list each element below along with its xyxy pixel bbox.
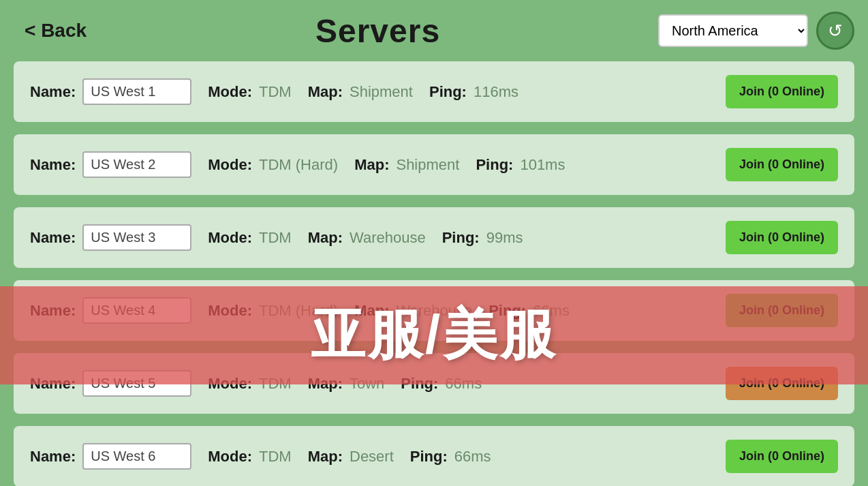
name-label: Name: [30, 156, 76, 174]
map-group: Map: Desert [308, 448, 394, 466]
table-row: Name: Mode: TDM Map: Warehouse Ping: 99m… [14, 207, 854, 268]
name-label: Name: [30, 83, 76, 101]
name-label: Name: [30, 229, 76, 247]
ping-label: Ping: [489, 302, 526, 320]
server-name-input[interactable] [82, 78, 191, 105]
ping-label: Ping: [429, 83, 467, 101]
mode-value: TDM (Hard) [259, 302, 338, 320]
ping-group: Ping: 99ms [442, 229, 523, 247]
map-label: Map: [308, 375, 343, 393]
map-label: Map: [354, 302, 389, 320]
mode-group: Mode: TDM [208, 375, 291, 393]
name-group: Name: [30, 297, 191, 324]
ping-value: 101ms [520, 156, 565, 174]
server-name-input[interactable] [82, 370, 191, 397]
map-group: Map: Shipment [354, 156, 459, 174]
ping-label: Ping: [476, 156, 513, 174]
map-value: Shipment [396, 156, 459, 174]
mode-value: TDM [259, 375, 292, 393]
mode-group: Mode: TDM (Hard) [208, 156, 338, 174]
ping-value: 66ms [454, 448, 491, 466]
map-label: Map: [354, 156, 389, 174]
server-name-input[interactable] [82, 297, 191, 324]
name-label: Name: [30, 375, 76, 393]
name-group: Name: [30, 151, 191, 178]
join-button[interactable]: Join (0 Online) [726, 440, 838, 473]
map-group: Map: Warehouse [354, 302, 472, 320]
header: < Back Servers North AmericaEuropeAsiaSo… [0, 0, 868, 61]
map-value: Town [350, 375, 384, 393]
name-group: Name: [30, 443, 191, 470]
map-value: Warehouse [350, 229, 426, 247]
join-button[interactable]: Join (0 Online) [726, 75, 838, 108]
server-list: Name: Mode: TDM Map: Shipment Ping: 116m… [0, 61, 868, 486]
map-group: Map: Town [308, 375, 385, 393]
mode-label: Mode: [208, 302, 252, 320]
ping-group: Ping: 66ms [489, 302, 570, 320]
table-row: Name: Mode: TDM (Hard) Map: Warehouse Pi… [14, 280, 854, 341]
mode-group: Mode: TDM [208, 448, 291, 466]
join-button[interactable]: Join (0 Online) [726, 148, 838, 181]
table-row: Name: Mode: TDM (Hard) Map: Shipment Pin… [14, 134, 854, 195]
ping-group: Ping: 66ms [401, 375, 482, 393]
ping-label: Ping: [410, 448, 448, 466]
ping-value: 66ms [445, 375, 482, 393]
map-group: Map: Shipment [308, 83, 413, 101]
back-button[interactable]: < Back [14, 14, 97, 47]
ping-value: 99ms [486, 229, 523, 247]
ping-label: Ping: [442, 229, 480, 247]
mode-value: TDM [259, 229, 292, 247]
join-button[interactable]: Join (0 Online) [726, 294, 838, 327]
ping-value: 66ms [533, 302, 570, 320]
region-select[interactable]: North AmericaEuropeAsiaSouth America [658, 14, 808, 47]
mode-label: Mode: [208, 156, 252, 174]
name-group: Name: [30, 224, 191, 251]
mode-value: TDM [259, 83, 292, 101]
name-label: Name: [30, 302, 76, 320]
table-row: Name: Mode: TDM Map: Desert Ping: 66ms J… [14, 426, 854, 486]
mode-label: Mode: [208, 375, 252, 393]
server-name-input[interactable] [82, 151, 191, 178]
ping-group: Ping: 101ms [476, 156, 565, 174]
mode-value: TDM (Hard) [259, 156, 338, 174]
mode-label: Mode: [208, 448, 252, 466]
name-label: Name: [30, 448, 76, 466]
ping-group: Ping: 116ms [429, 83, 518, 101]
name-group: Name: [30, 78, 191, 105]
mode-group: Mode: TDM [208, 83, 291, 101]
name-group: Name: [30, 370, 191, 397]
join-button[interactable]: Join (0 Online) [726, 367, 838, 400]
table-row: Name: Mode: TDM Map: Shipment Ping: 116m… [14, 61, 854, 122]
page-title: Servers [315, 12, 440, 50]
map-label: Map: [308, 229, 343, 247]
mode-label: Mode: [208, 83, 252, 101]
map-label: Map: [308, 83, 343, 101]
mode-value: TDM [259, 448, 292, 466]
server-name-input[interactable] [82, 224, 191, 251]
table-row: Name: Mode: TDM Map: Town Ping: 66ms Joi… [14, 353, 854, 414]
map-value: Warehouse [396, 302, 472, 320]
header-right: North AmericaEuropeAsiaSouth America ↺ [658, 12, 854, 50]
map-label: Map: [308, 448, 343, 466]
join-button[interactable]: Join (0 Online) [726, 221, 838, 254]
map-value: Shipment [350, 83, 413, 101]
mode-group: Mode: TDM (Hard) [208, 302, 338, 320]
mode-group: Mode: TDM [208, 229, 291, 247]
server-name-input[interactable] [82, 443, 191, 470]
map-value: Desert [350, 448, 394, 466]
ping-value: 116ms [474, 83, 518, 101]
mode-label: Mode: [208, 229, 252, 247]
refresh-button[interactable]: ↺ [816, 12, 854, 50]
ping-label: Ping: [401, 375, 438, 393]
map-group: Map: Warehouse [308, 229, 426, 247]
ping-group: Ping: 66ms [410, 448, 491, 466]
